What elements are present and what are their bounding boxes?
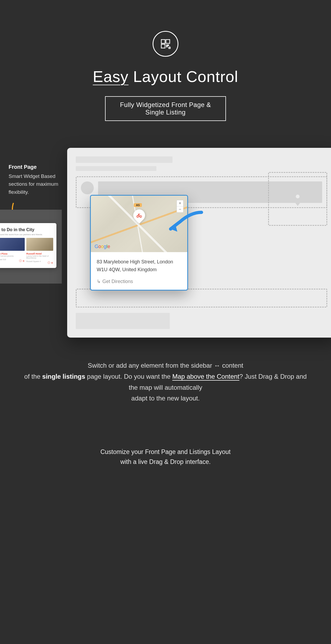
blue-curved-arrow-icon <box>167 210 204 237</box>
listing-thumbnail <box>26 238 53 251</box>
dropzone-sidebar[interactable] <box>268 172 327 226</box>
layout-hero-icon <box>153 31 178 57</box>
footer-description: Customize your Front Page and Listings L… <box>0 447 331 467</box>
directions-arrow-icon: ↳ <box>97 279 101 284</box>
description-paragraph: Switch or add any element from the sideb… <box>0 360 331 404</box>
svg-rect-1 <box>166 40 170 43</box>
placeholder-bar <box>76 313 170 329</box>
svg-point-5 <box>167 46 168 47</box>
svg-point-4 <box>168 45 169 46</box>
mockup-area: Front Page Smart Widget Based sections f… <box>0 148 331 341</box>
listing-thumbnail <box>0 238 25 251</box>
listing-action-icons[interactable]: ⓘ ⊕ <box>19 259 25 263</box>
listing-subtitle: nal served pizzeria <box>0 255 25 257</box>
title-emphasis: Easy <box>93 68 128 85</box>
subtitle-pill: Fully Widgetized Front Page & Single Lis… <box>105 96 226 121</box>
placeholder-bar <box>76 156 172 163</box>
caption-title: Front Page <box>9 164 70 170</box>
listing-meta: Russell Square 4 <box>26 260 41 265</box>
address-line: 83 Marylebone High Street, London <box>97 258 181 266</box>
svg-rect-2 <box>161 44 165 48</box>
listing-title: llo Pizza <box>0 252 25 255</box>
svg-point-7 <box>296 195 300 198</box>
directions-label: Get Directions <box>102 279 133 284</box>
svg-rect-6 <box>169 47 170 48</box>
map-marker-pin <box>133 209 145 221</box>
widget-heading: s to Do in the City <box>0 227 53 232</box>
placeholder-bar <box>76 166 156 171</box>
caption-desc: Smart Widget Based sections for maximum … <box>9 172 70 196</box>
google-logo: Google <box>95 244 110 249</box>
title-rest: Layout Control <box>128 68 238 85</box>
road-label-badge: A5 <box>134 203 142 207</box>
listing-subtitle: Luxury hotel in the heart of Bloomsbury <box>26 255 53 259</box>
dropzone-bottom[interactable] <box>76 289 327 307</box>
map-above-content-link[interactable]: Map above the Content <box>172 373 239 380</box>
address-line: W1U 4QW, United Kingdom <box>97 266 181 274</box>
widget-subheading: around the world from our partners and f… <box>0 233 53 236</box>
listing-meta: Road 510 <box>0 259 6 263</box>
zoom-in-button[interactable]: + <box>177 200 183 206</box>
map-widget-card[interactable]: A5 + − Google 83 <box>90 195 188 291</box>
front-page-caption: Front Page Smart Widget Based sections f… <box>9 164 70 196</box>
bicycle-icon <box>136 212 142 218</box>
placeholder-avatar <box>81 181 94 194</box>
page-title: Easy Layout Control <box>0 67 331 85</box>
map-address: 83 Marylebone High Street, London W1U 4Q… <box>91 252 187 278</box>
get-directions-link[interactable]: ↳Get Directions <box>91 278 187 290</box>
svg-rect-0 <box>161 40 165 43</box>
listing-action-icons[interactable]: ⓘ ⊕ <box>48 261 53 265</box>
listing-title: Russell Hotel <box>26 252 53 255</box>
map-pin-icon <box>292 191 303 206</box>
front-page-widget-card: s to Do in the City around the world fro… <box>0 223 56 268</box>
svg-point-3 <box>167 45 168 46</box>
